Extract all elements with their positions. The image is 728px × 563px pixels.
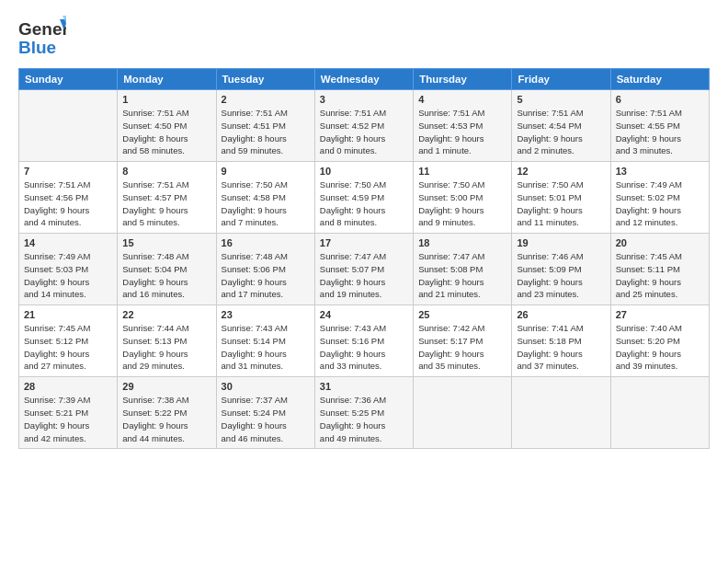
calendar-cell	[512, 377, 610, 449]
logo-container: General Blue	[18, 15, 66, 59]
day-number: 6	[616, 94, 704, 105]
day-header-wednesday: Wednesday	[314, 69, 413, 90]
day-number: 11	[418, 166, 506, 177]
calendar-cell: 29Sunrise: 7:38 AM Sunset: 5:22 PM Dayli…	[118, 377, 216, 449]
page: General Blue SundayMondayTuesdayWednesda…	[0, 0, 728, 563]
day-number: 29	[122, 381, 210, 392]
day-info: Sunrise: 7:47 AM Sunset: 5:07 PM Dayligh…	[320, 250, 408, 301]
calendar-cell: 21Sunrise: 7:45 AM Sunset: 5:12 PM Dayli…	[19, 305, 118, 377]
calendar-cell: 30Sunrise: 7:37 AM Sunset: 5:24 PM Dayli…	[216, 377, 314, 449]
logo: General Blue	[18, 15, 66, 59]
calendar-cell: 13Sunrise: 7:49 AM Sunset: 5:02 PM Dayli…	[610, 162, 709, 234]
day-info: Sunrise: 7:37 AM Sunset: 5:24 PM Dayligh…	[222, 394, 310, 444]
calendar-cell: 24Sunrise: 7:43 AM Sunset: 5:16 PM Dayli…	[314, 305, 413, 377]
calendar-cell: 3Sunrise: 7:51 AM Sunset: 4:52 PM Daylig…	[314, 90, 413, 162]
day-info: Sunrise: 7:38 AM Sunset: 5:22 PM Dayligh…	[122, 394, 210, 444]
calendar-cell	[610, 377, 709, 449]
calendar-cell: 27Sunrise: 7:40 AM Sunset: 5:20 PM Dayli…	[610, 305, 709, 377]
day-number: 10	[320, 166, 408, 177]
calendar-cell: 6Sunrise: 7:51 AM Sunset: 4:55 PM Daylig…	[610, 90, 709, 162]
day-number: 8	[122, 166, 210, 177]
calendar-cell: 8Sunrise: 7:51 AM Sunset: 4:57 PM Daylig…	[118, 162, 216, 234]
day-info: Sunrise: 7:50 AM Sunset: 4:58 PM Dayligh…	[222, 178, 310, 229]
svg-text:Blue: Blue	[18, 38, 56, 57]
day-number: 7	[24, 166, 112, 177]
calendar-table: SundayMondayTuesdayWednesdayThursdayFrid…	[18, 68, 710, 449]
calendar-cell: 1Sunrise: 7:51 AM Sunset: 4:50 PM Daylig…	[118, 90, 216, 162]
calendar-cell: 15Sunrise: 7:48 AM Sunset: 5:04 PM Dayli…	[118, 234, 216, 305]
calendar-cell: 16Sunrise: 7:48 AM Sunset: 5:06 PM Dayli…	[216, 234, 314, 305]
day-number: 25	[418, 309, 506, 320]
day-info: Sunrise: 7:45 AM Sunset: 5:11 PM Dayligh…	[616, 250, 704, 301]
svg-text:General: General	[18, 19, 66, 39]
day-info: Sunrise: 7:51 AM Sunset: 4:54 PM Dayligh…	[517, 107, 605, 157]
day-info: Sunrise: 7:50 AM Sunset: 4:59 PM Dayligh…	[320, 178, 408, 229]
calendar-cell	[414, 377, 512, 449]
day-info: Sunrise: 7:50 AM Sunset: 5:00 PM Dayligh…	[418, 178, 506, 229]
day-info: Sunrise: 7:39 AM Sunset: 5:21 PM Dayligh…	[24, 394, 112, 444]
calendar-week-1: 7Sunrise: 7:51 AM Sunset: 4:56 PM Daylig…	[19, 162, 710, 234]
calendar-week-0: 1Sunrise: 7:51 AM Sunset: 4:50 PM Daylig…	[19, 90, 710, 162]
calendar-cell: 7Sunrise: 7:51 AM Sunset: 4:56 PM Daylig…	[19, 162, 118, 234]
day-number: 4	[418, 94, 506, 105]
day-number: 5	[517, 94, 605, 105]
calendar-cell: 23Sunrise: 7:43 AM Sunset: 5:14 PM Dayli…	[216, 305, 314, 377]
day-info: Sunrise: 7:41 AM Sunset: 5:18 PM Dayligh…	[517, 322, 605, 373]
day-info: Sunrise: 7:45 AM Sunset: 5:12 PM Dayligh…	[24, 322, 112, 373]
day-info: Sunrise: 7:46 AM Sunset: 5:09 PM Dayligh…	[517, 250, 605, 301]
calendar-cell: 18Sunrise: 7:47 AM Sunset: 5:08 PM Dayli…	[414, 234, 512, 305]
header: General Blue	[18, 15, 710, 59]
day-number: 23	[222, 309, 310, 320]
calendar-cell: 5Sunrise: 7:51 AM Sunset: 4:54 PM Daylig…	[512, 90, 610, 162]
day-number: 3	[320, 94, 408, 105]
calendar-cell: 4Sunrise: 7:51 AM Sunset: 4:53 PM Daylig…	[414, 90, 512, 162]
day-info: Sunrise: 7:51 AM Sunset: 4:51 PM Dayligh…	[222, 107, 310, 157]
calendar-cell: 28Sunrise: 7:39 AM Sunset: 5:21 PM Dayli…	[19, 377, 118, 449]
calendar-cell: 10Sunrise: 7:50 AM Sunset: 4:59 PM Dayli…	[314, 162, 413, 234]
day-number: 21	[24, 309, 112, 320]
calendar-cell: 9Sunrise: 7:50 AM Sunset: 4:58 PM Daylig…	[216, 162, 314, 234]
day-number: 1	[122, 94, 210, 105]
day-info: Sunrise: 7:42 AM Sunset: 5:17 PM Dayligh…	[418, 322, 506, 373]
calendar-cell: 12Sunrise: 7:50 AM Sunset: 5:01 PM Dayli…	[512, 162, 610, 234]
day-number: 19	[517, 237, 605, 248]
day-number: 2	[222, 94, 310, 105]
day-info: Sunrise: 7:51 AM Sunset: 4:50 PM Dayligh…	[122, 107, 210, 157]
day-info: Sunrise: 7:43 AM Sunset: 5:14 PM Dayligh…	[222, 322, 310, 373]
day-number: 24	[320, 309, 408, 320]
day-info: Sunrise: 7:51 AM Sunset: 4:55 PM Dayligh…	[616, 107, 704, 157]
calendar-cell: 26Sunrise: 7:41 AM Sunset: 5:18 PM Dayli…	[512, 305, 610, 377]
day-number: 31	[320, 381, 408, 392]
day-number: 26	[517, 309, 605, 320]
day-info: Sunrise: 7:44 AM Sunset: 5:13 PM Dayligh…	[122, 322, 210, 373]
day-info: Sunrise: 7:51 AM Sunset: 4:53 PM Dayligh…	[418, 107, 506, 157]
day-number: 17	[320, 237, 408, 248]
day-number: 15	[122, 237, 210, 248]
calendar-cell: 19Sunrise: 7:46 AM Sunset: 5:09 PM Dayli…	[512, 234, 610, 305]
calendar-cell: 17Sunrise: 7:47 AM Sunset: 5:07 PM Dayli…	[314, 234, 413, 305]
day-number: 30	[222, 381, 310, 392]
day-number: 22	[122, 309, 210, 320]
day-info: Sunrise: 7:47 AM Sunset: 5:08 PM Dayligh…	[418, 250, 506, 301]
day-number: 13	[616, 166, 704, 177]
day-info: Sunrise: 7:50 AM Sunset: 5:01 PM Dayligh…	[517, 178, 605, 229]
day-number: 20	[616, 237, 704, 248]
day-number: 16	[222, 237, 310, 248]
calendar-cell: 11Sunrise: 7:50 AM Sunset: 5:00 PM Dayli…	[414, 162, 512, 234]
day-number: 28	[24, 381, 112, 392]
day-header-friday: Friday	[512, 69, 610, 90]
day-info: Sunrise: 7:43 AM Sunset: 5:16 PM Dayligh…	[320, 322, 408, 373]
day-number: 9	[222, 166, 310, 177]
day-info: Sunrise: 7:48 AM Sunset: 5:04 PM Dayligh…	[122, 250, 210, 301]
day-info: Sunrise: 7:49 AM Sunset: 5:02 PM Dayligh…	[616, 178, 704, 229]
day-info: Sunrise: 7:48 AM Sunset: 5:06 PM Dayligh…	[222, 250, 310, 301]
calendar-cell	[19, 90, 118, 162]
calendar-cell: 31Sunrise: 7:36 AM Sunset: 5:25 PM Dayli…	[314, 377, 413, 449]
day-number: 12	[517, 166, 605, 177]
calendar-week-3: 21Sunrise: 7:45 AM Sunset: 5:12 PM Dayli…	[19, 305, 710, 377]
day-header-tuesday: Tuesday	[216, 69, 314, 90]
day-header-monday: Monday	[118, 69, 216, 90]
calendar-cell: 20Sunrise: 7:45 AM Sunset: 5:11 PM Dayli…	[610, 234, 709, 305]
day-info: Sunrise: 7:49 AM Sunset: 5:03 PM Dayligh…	[24, 250, 112, 301]
day-header-thursday: Thursday	[414, 69, 512, 90]
